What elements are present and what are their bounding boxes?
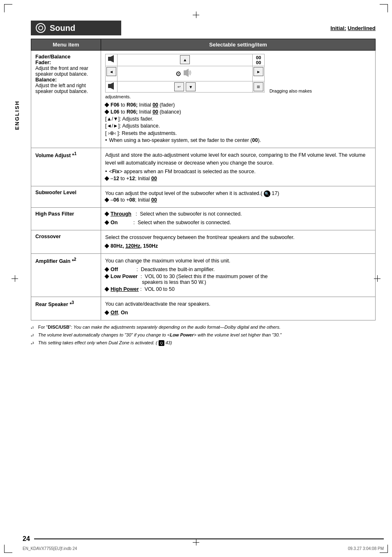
table-row: Subwoofer Level You can adjust the outpu… <box>31 186 376 208</box>
initial-value: Underlined <box>348 25 376 31</box>
amp-high-power: High Power : VOL 00 to 50 <box>105 286 371 292</box>
fader-diagram-wrapper: ▲ 0000 ◄ <box>105 54 265 93</box>
setting-rearspeaker: You can activate/deactivate the rear spe… <box>101 297 376 320</box>
bullet-fader1: F06 to R06; Initial 00 (fader) <box>105 102 371 108</box>
table-row: Amplifier Gain *2 You can change the max… <box>31 254 376 297</box>
menu-item-volume: Volume Adjust *1 <box>31 148 101 186</box>
bullet-crossover: 80Hz, 120Hz, 150Hz <box>105 243 371 249</box>
bullet-fader2: L06 to R06; Initial 00 (balance) <box>105 109 371 115</box>
footnote-1: *1 For "DISC/USB": You can make the adju… <box>31 325 376 331</box>
bullet-vol1: • <Fix> appears when an FM broadcast is … <box>105 169 371 174</box>
fader-right-btn[interactable]: ► <box>254 67 263 76</box>
svg-rect-2 <box>184 70 186 75</box>
bullet-fader3: [▲/▼]: Adjusts fader. <box>105 116 371 122</box>
main-content: Sound Initial: Underlined Menu item Sele… <box>31 21 376 346</box>
menu-item-ampgain: Amplifier Gain *2 <box>31 254 101 297</box>
page-title: Sound <box>50 23 75 33</box>
table-row: Rear Speaker *3 You can activate/deactiv… <box>31 297 376 320</box>
bullet-rearspeaker: Off, On <box>105 310 371 316</box>
setting-subwoofer: You can adjust the output level of the s… <box>101 186 376 208</box>
table-row: Volume Adjust *1 Adjust and store the au… <box>31 148 376 186</box>
bullet-fader6: • When using a two-speaker system, set t… <box>105 137 371 143</box>
setting-crossover: Select the crossover frequency between t… <box>101 230 376 254</box>
menu-item-hpf: High Pass Filter <box>31 208 101 230</box>
hpf-through: Through : Select when the subwoofer is n… <box>105 211 371 217</box>
menu-item-rearspeaker: Rear Speaker *3 <box>31 297 101 320</box>
sound-title-box: Sound <box>31 21 121 35</box>
recall-btn[interactable]: ⊞ <box>254 82 263 91</box>
setting-volume: Adjust and store the auto-adjustment vol… <box>101 148 376 186</box>
svg-marker-1 <box>111 55 114 63</box>
english-sidebar: ENGLISH <box>12 74 21 156</box>
menu-item-crossover: Crossover <box>31 230 101 254</box>
menu-item-fader: Fader/Balance Fader: Adjust the front an… <box>31 51 101 148</box>
table-row: Fader/Balance Fader: Adjust the front an… <box>31 51 376 148</box>
fader-left-btn[interactable]: ◄ <box>106 67 116 76</box>
crosshair-left <box>12 275 18 282</box>
language-label: ENGLISH <box>14 100 20 130</box>
table-row: Crossover Select the crossover frequency… <box>31 230 376 254</box>
corner-mark-bl <box>4 545 12 553</box>
col2-header: Selectable setting/item <box>101 39 376 51</box>
page-ref-icon: 🔍 <box>264 190 270 197</box>
gear-icon: ⚙ <box>175 70 181 78</box>
amp-off: Off : Deactivates the built-in amplifier… <box>105 267 371 272</box>
svg-marker-5 <box>111 82 114 90</box>
bullet-sub1: –06 to +08; Initial 00 <box>105 197 371 203</box>
fader-up-btn[interactable]: ▲ <box>180 55 190 64</box>
setting-hpf: Through : Select when the subwoofer is n… <box>101 208 376 230</box>
setting-ampgain: You can change the maximum volume level … <box>101 254 376 297</box>
svg-rect-0 <box>108 57 111 61</box>
amp-low-power: Low Power : VOL 00 to 30 (Select this if… <box>105 274 371 285</box>
bottom-info: EN_KDAVX7755[EU]f.indb 24 09.3.27 3:04:0… <box>23 546 384 551</box>
footnotes: *1 For "DISC/USB": You can make the adju… <box>31 325 376 346</box>
bullet-fader5: [ ›⊕‹ ]: Resets the adjustments. <box>105 130 371 136</box>
page-container: ENGLISH Sound Initial: Underlined Menu i… <box>0 0 392 557</box>
footnote-2: *2 The volume level automatically change… <box>31 332 376 339</box>
setting-fader: ▲ 0000 ◄ <box>101 51 376 148</box>
svg-rect-4 <box>108 84 111 88</box>
svg-marker-3 <box>186 69 189 77</box>
speaker-front-icon <box>107 55 115 63</box>
bullet-fader4: [◄/►]: Adjusts balance. <box>105 123 371 129</box>
crosshair-top <box>193 12 199 18</box>
hpf-on: On : Select when the subwoofer is connec… <box>105 220 371 225</box>
footnote-3: *3 This setting takes effect only when D… <box>31 340 376 346</box>
bullet-vol2: –12 to +12; Initial 00 <box>105 176 371 181</box>
corner-mark-tr <box>380 4 388 12</box>
corner-mark-tl <box>4 4 12 12</box>
page-footer: 24 <box>23 535 384 543</box>
speaker-rear-icon <box>107 82 115 90</box>
page-number: 24 <box>23 535 30 543</box>
sound-header-row: Sound Initial: Underlined <box>31 21 376 35</box>
fader-down-btn[interactable]: ▼ <box>186 82 196 91</box>
footnote-page-ref-icon: Q <box>159 340 164 346</box>
reset-btn[interactable]: ↩ <box>174 82 184 91</box>
initial-text: Initial: Underlined <box>330 25 376 31</box>
menu-item-subwoofer: Subwoofer Level <box>31 186 101 208</box>
file-info-right: 09.3.27 3:04:08 PM <box>348 546 384 551</box>
table-row: High Pass Filter Through : Select when t… <box>31 208 376 230</box>
speaker-mid-icon <box>183 68 194 79</box>
crosshair-right <box>374 275 380 282</box>
main-table: Menu item Selectable setting/item Fader/… <box>31 39 376 320</box>
file-info-left: EN_KDAVX7755[EU]f.indb 24 <box>23 546 77 551</box>
col1-header: Menu item <box>31 39 101 51</box>
sound-icon <box>36 23 46 33</box>
fader-grid: ▲ 0000 ◄ <box>105 54 265 93</box>
footer-line <box>34 538 384 539</box>
